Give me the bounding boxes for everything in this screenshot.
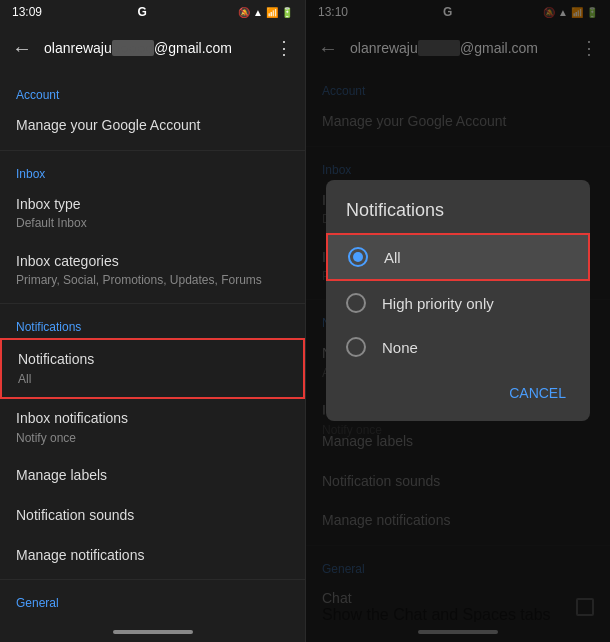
top-bar-left: ← olanrewaju●●●●●@gmail.com ⋮	[0, 24, 305, 72]
radio-all	[348, 247, 368, 267]
manage-google-account-left[interactable]: Manage your Google Account	[0, 106, 305, 146]
section-header-notifications-left: Notifications	[0, 308, 305, 338]
settings-left: Account Manage your Google Account Inbox…	[0, 72, 305, 622]
g-icon-left: G	[137, 5, 146, 19]
more-menu-left[interactable]: ⋮	[275, 37, 293, 59]
notifications-dialog: Notifications All High priority only Non…	[326, 180, 590, 421]
option-none-label: None	[382, 339, 418, 356]
manage-labels-left[interactable]: Manage labels	[0, 456, 305, 496]
manage-notifications-left[interactable]: Manage notifications	[0, 536, 305, 576]
left-panel: 13:09 G 🔕 ▲ 📶 🔋 ← olanrewaju●●●●●@gmail.…	[0, 0, 305, 642]
chat-item-left[interactable]: Chat Show the Chat and Spaces tabs	[0, 614, 305, 622]
status-icons-left: 🔕 ▲ 📶 🔋	[238, 7, 293, 18]
back-button-left[interactable]: ←	[12, 37, 32, 60]
inbox-notifications-left[interactable]: Inbox notifications Notify once	[0, 399, 305, 456]
notifications-item-left[interactable]: Notifications All	[0, 338, 305, 399]
account-email-left: olanrewaju●●●●●@gmail.com	[44, 40, 275, 56]
option-all-label: All	[384, 249, 401, 266]
nav-indicator-left	[113, 630, 193, 634]
option-high-priority-label: High priority only	[382, 295, 494, 312]
right-panel: 13:10 G 🔕 ▲ 📶 🔋 ← olanrewaju●●●●●@gmail.…	[305, 0, 610, 642]
radio-high-priority	[346, 293, 366, 313]
notification-sounds-left[interactable]: Notification sounds	[0, 496, 305, 536]
time-left: 13:09	[12, 5, 42, 19]
status-bar-left: 13:09 G 🔕 ▲ 📶 🔋	[0, 0, 305, 24]
dialog-cancel-button[interactable]: Cancel	[497, 377, 578, 409]
inbox-type-left[interactable]: Inbox type Default Inbox	[0, 185, 305, 242]
section-header-inbox-left: Inbox	[0, 155, 305, 185]
radio-none	[346, 337, 366, 357]
dialog-option-none[interactable]: None	[326, 325, 590, 369]
dialog-option-all[interactable]: All	[326, 233, 590, 281]
inbox-categories-left[interactable]: Inbox categories Primary, Social, Promot…	[0, 242, 305, 299]
dialog-option-high-priority[interactable]: High priority only	[326, 281, 590, 325]
dialog-title: Notifications	[326, 180, 590, 233]
section-header-general-left: General	[0, 584, 305, 614]
dialog-actions: Cancel	[326, 369, 590, 421]
section-header-account-left: Account	[0, 76, 305, 106]
